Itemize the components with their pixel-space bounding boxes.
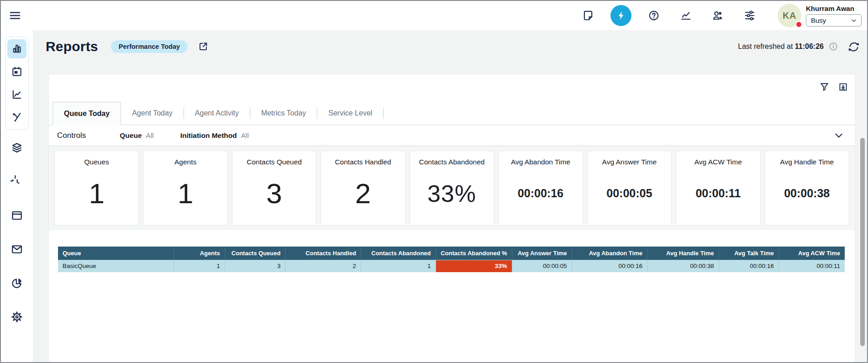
cell-contacts-handled: 2: [285, 260, 361, 272]
gear-icon[interactable]: [11, 310, 23, 323]
sidebar-secondary-group: [1, 142, 33, 323]
column-header-avg-answer-time[interactable]: Avg Answer Time: [512, 247, 572, 260]
user-name: Khurram Awan: [806, 5, 862, 12]
cell-contacts-abandoned-pct: 33%: [436, 260, 512, 272]
cell-avg-talk-time: 00:00:16: [719, 260, 779, 272]
column-header-contacts-abandoned-pct[interactable]: Contacts Abandoned %: [436, 247, 512, 260]
metric-card-queues: Queues 1: [54, 151, 139, 226]
controls-bar: Controls Queue All Initiation Method All: [49, 125, 855, 146]
metrics-icon[interactable]: [680, 10, 692, 21]
calendar-icon: [11, 66, 23, 78]
column-header-contacts-abandoned[interactable]: Contacts Abandoned: [361, 247, 436, 260]
refresh-area: Last refreshed at 11:06:26: [738, 41, 860, 53]
main-content: Reports Performance Today Last refreshed…: [33, 30, 867, 362]
metric-card-avg-answer-time: Avg Answer Time 00:00:05: [587, 151, 672, 226]
sidebar-item-schedule[interactable]: [7, 62, 26, 81]
status-value: Busy: [811, 16, 826, 24]
sidebar-item-designer[interactable]: [7, 108, 26, 127]
tab-service-level[interactable]: Service Level: [317, 102, 383, 125]
queue-filter-value: All: [146, 132, 154, 140]
column-header-avg-abandon-time[interactable]: Avg Abandon Time: [572, 247, 647, 260]
metric-card-contacts-queued: Contacts Queued 3: [232, 151, 316, 226]
bar-chart-icon: [11, 43, 23, 55]
column-header-avg-talk-time[interactable]: Avg Talk Time: [719, 247, 779, 260]
user-block: Khurram Awan Busy: [806, 5, 862, 26]
report-tabs: Queue Today Agent Today Agent Activity M…: [49, 102, 855, 125]
table-row-basicqueue: BasicQueue 1 3 2 1 33% 00:00:05 00:00:16…: [58, 260, 845, 272]
left-sidebar: [1, 30, 33, 362]
page-title: Reports: [46, 39, 98, 54]
metric-card-avg-abandon-time: Avg Abandon Time 00:00:16: [498, 151, 583, 226]
sidebar-item-trends[interactable]: [7, 85, 26, 104]
cell-avg-answer-time: 00:00:05: [512, 260, 572, 272]
column-header-queue[interactable]: Queue: [58, 247, 174, 260]
panel-tools: [819, 82, 848, 92]
cell-avg-acw-time: 00:00:11: [779, 260, 845, 272]
metric-card-contacts-abandoned: Contacts Abandoned 33%: [410, 151, 494, 226]
performance-today-badge: Performance Today: [111, 40, 188, 53]
vertical-scrollbar-thumb[interactable]: [860, 138, 865, 346]
busy-status-dot: [795, 21, 802, 28]
table-header-row: Queue Agents Contacts Queued Contacts Ha…: [58, 247, 845, 260]
hamburger-menu-button[interactable]: [7, 9, 23, 22]
cell-avg-handle-time: 00:00:38: [647, 260, 719, 272]
sidebar-analytics-group: [5, 37, 29, 130]
trend-chart-icon: [11, 89, 23, 100]
design-tools-icon: [11, 111, 23, 123]
metric-card-avg-acw-time: Avg ACW Time 00:00:11: [676, 151, 760, 226]
column-header-contacts-queued[interactable]: Contacts Queued: [225, 247, 285, 260]
initiation-method-filter-value: All: [241, 132, 249, 140]
topbar-actions: KA Khurram Awan Busy: [562, 4, 862, 27]
tab-agent-today[interactable]: Agent Today: [121, 102, 184, 125]
metric-card-avg-handle-time: Avg Handle Time 00:00:38: [765, 151, 849, 226]
mail-icon[interactable]: [11, 243, 23, 256]
refresh-icon[interactable]: [847, 41, 860, 53]
sidebar-item-reports[interactable]: [7, 39, 26, 58]
collapse-controls-chevron-icon[interactable]: [833, 130, 845, 142]
last-refreshed-time: 11:06:26: [795, 42, 824, 50]
metric-card-agents: Agents 1: [143, 151, 227, 226]
window-icon[interactable]: [11, 209, 23, 222]
column-header-contacts-handled[interactable]: Contacts Handled: [285, 247, 361, 260]
filter-icon[interactable]: [819, 82, 830, 92]
last-refreshed-text: Last refreshed at 11:06:26: [738, 42, 824, 51]
app-window: KA Khurram Awan Busy: [0, 0, 868, 363]
history-icon[interactable]: [11, 175, 23, 188]
cell-contacts-abandoned: 1: [361, 260, 436, 272]
top-bar: KA Khurram Awan Busy: [1, 1, 867, 30]
initiation-method-filter[interactable]: Initiation Method All: [180, 132, 249, 140]
note-icon[interactable]: [582, 10, 594, 21]
user-avatar[interactable]: KA: [778, 4, 801, 27]
layers-icon[interactable]: [11, 142, 23, 154]
sliders-icon[interactable]: [744, 10, 756, 21]
cell-avg-abandon-time: 00:00:16: [572, 260, 647, 272]
users-icon[interactable]: [712, 10, 724, 21]
column-header-avg-acw-time[interactable]: Avg ACW Time: [779, 247, 845, 260]
column-header-avg-handle-time[interactable]: Avg Handle Time: [647, 247, 719, 260]
tab-metrics-today[interactable]: Metrics Today: [250, 102, 317, 125]
tab-divider: [383, 108, 384, 119]
metric-cards: Queues 1 Agents 1 Contacts Queued 3 Cont…: [49, 146, 855, 230]
status-dropdown[interactable]: Busy: [806, 14, 862, 26]
download-icon[interactable]: [838, 82, 848, 92]
queue-metrics-table: Queue Agents Contacts Queued Contacts Ha…: [58, 247, 845, 272]
cell-contacts-queued: 3: [225, 260, 285, 272]
chevron-down-icon: [850, 17, 857, 24]
info-icon[interactable]: [828, 42, 838, 52]
initiation-method-filter-label: Initiation Method: [180, 132, 237, 140]
controls-title: Controls: [57, 131, 86, 140]
tab-queue-today[interactable]: Queue Today: [53, 102, 121, 125]
cell-queue: BasicQueue: [58, 260, 174, 272]
pie-chart-icon[interactable]: [11, 277, 23, 289]
page-header: Reports Performance Today Last refreshed…: [46, 36, 860, 58]
lightning-icon[interactable]: [610, 5, 631, 26]
metric-card-contacts-handled: Contacts Handled 2: [321, 151, 405, 226]
queue-filter[interactable]: Queue All: [120, 132, 153, 140]
tab-agent-activity[interactable]: Agent Activity: [184, 102, 250, 125]
external-link-icon[interactable]: [198, 41, 209, 52]
column-header-agents[interactable]: Agents: [174, 247, 225, 260]
report-panel: Queue Today Agent Today Agent Activity M…: [48, 74, 855, 362]
queue-filter-label: Queue: [120, 132, 142, 140]
help-icon[interactable]: [648, 10, 660, 21]
cell-agents: 1: [174, 260, 225, 272]
